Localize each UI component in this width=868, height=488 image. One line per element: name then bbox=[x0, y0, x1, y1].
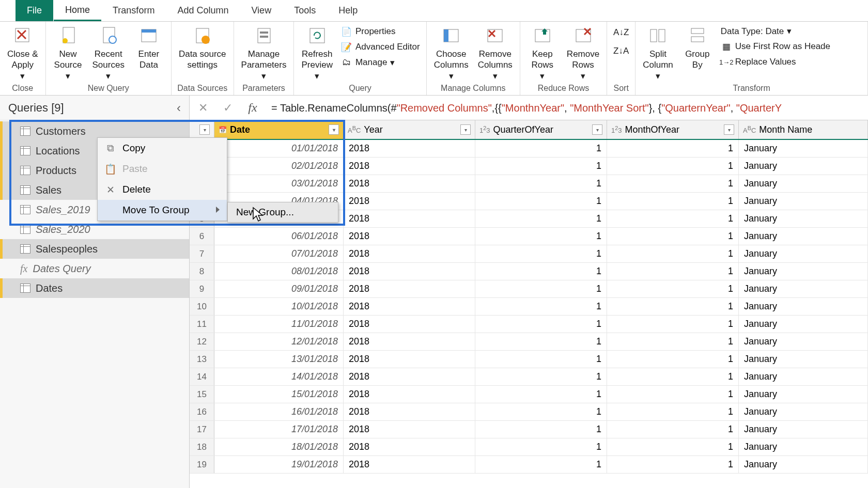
cell-date[interactable]: 03/01/2018 bbox=[214, 175, 344, 192]
replace-values-button[interactable]: 1→2Replace Values bbox=[719, 55, 832, 69]
table-row[interactable]: 909/01/2018201811January bbox=[190, 280, 868, 298]
filter-icon[interactable]: ▾ bbox=[460, 124, 471, 135]
tab-tools[interactable]: Tools bbox=[283, 0, 327, 21]
cell-quarter[interactable]: 1 bbox=[475, 351, 607, 368]
tab-help[interactable]: Help bbox=[327, 0, 369, 21]
cell-date[interactable]: 17/01/2018 bbox=[214, 421, 344, 438]
sort-asc-button[interactable]: A↓Z bbox=[613, 26, 629, 39]
col-month[interactable]: 123MonthOfYear▾ bbox=[607, 120, 739, 139]
properties-button[interactable]: 📄Properties bbox=[339, 25, 422, 38]
cell-date[interactable]: 01/01/2018 bbox=[214, 140, 344, 157]
ctx-move-to-group[interactable]: Move To Group bbox=[98, 200, 227, 221]
cell-month-name[interactable]: January bbox=[739, 158, 868, 175]
cell-month-name[interactable]: January bbox=[739, 368, 868, 385]
cell-date[interactable]: 11/01/2018 bbox=[214, 316, 344, 333]
cell-year[interactable]: 2018 bbox=[344, 333, 475, 350]
cell-month[interactable]: 1 bbox=[607, 403, 739, 420]
filter-icon[interactable]: ▾ bbox=[592, 124, 602, 135]
cell-year[interactable]: 2018 bbox=[344, 245, 475, 262]
cell-date[interactable]: 12/01/2018 bbox=[214, 333, 344, 350]
new-source-button[interactable]: New Source ▾ bbox=[50, 24, 86, 83]
row-number-header[interactable]: ▾ bbox=[190, 120, 214, 139]
cell-month-name[interactable]: January bbox=[739, 228, 868, 245]
manage-button[interactable]: 🗂Manage ▾ bbox=[339, 56, 422, 69]
table-row[interactable]: 1616/01/2018201811January bbox=[190, 403, 868, 421]
tab-home[interactable]: Home bbox=[54, 0, 101, 21]
table-row[interactable]: 1212/01/2018201811January bbox=[190, 333, 868, 351]
cell-year[interactable]: 2018 bbox=[344, 438, 475, 455]
refresh-preview-button[interactable]: Refresh Preview ▾ bbox=[298, 24, 335, 83]
commit-formula-button[interactable]: ✓ bbox=[216, 98, 239, 118]
table-row[interactable]: 202/01/2018201811January bbox=[190, 158, 868, 175]
data-source-settings-button[interactable]: Data source settings bbox=[176, 24, 229, 72]
cell-month[interactable]: 1 bbox=[607, 228, 739, 245]
cell-quarter[interactable]: 1 bbox=[475, 403, 607, 420]
cell-quarter[interactable]: 1 bbox=[475, 158, 607, 175]
table-row[interactable]: 1414/01/2018201811January bbox=[190, 368, 868, 386]
cell-month[interactable]: 1 bbox=[607, 175, 739, 192]
group-by-button[interactable]: Group By bbox=[679, 24, 716, 72]
cell-month-name[interactable]: January bbox=[739, 386, 868, 403]
recent-sources-button[interactable]: Recent Sources ▾ bbox=[89, 24, 128, 83]
table-row[interactable]: 1818/01/2018201811January bbox=[190, 438, 868, 456]
cancel-formula-button[interactable]: ✕ bbox=[192, 98, 214, 118]
cell-year[interactable]: 2018 bbox=[344, 298, 475, 315]
ctx-delete[interactable]: ✕Delete bbox=[98, 179, 227, 200]
cell-month[interactable]: 1 bbox=[607, 368, 739, 385]
cell-month-name[interactable]: January bbox=[739, 351, 868, 368]
cell-month[interactable]: 1 bbox=[607, 386, 739, 403]
cell-quarter[interactable]: 1 bbox=[475, 456, 607, 473]
cell-quarter[interactable]: 1 bbox=[475, 333, 607, 350]
queries-header[interactable]: Queries [9] ‹ bbox=[0, 96, 189, 120]
cell-year[interactable]: 2018 bbox=[344, 316, 475, 333]
cell-year[interactable]: 2018 bbox=[344, 193, 475, 210]
ctx-new-group[interactable]: New Group... bbox=[228, 202, 338, 222]
cell-year[interactable]: 2018 bbox=[344, 228, 475, 245]
close-apply-button[interactable]: Close & Apply ▾ bbox=[4, 24, 41, 83]
cell-year[interactable]: 2018 bbox=[344, 403, 475, 420]
cell-quarter[interactable]: 1 bbox=[475, 228, 607, 245]
table-row[interactable]: 1313/01/2018201811January bbox=[190, 351, 868, 368]
cell-month-name[interactable]: January bbox=[739, 333, 868, 350]
cell-quarter[interactable]: 1 bbox=[475, 421, 607, 438]
cell-quarter[interactable]: 1 bbox=[475, 140, 607, 157]
cell-month-name[interactable]: January bbox=[739, 280, 868, 297]
cell-year[interactable]: 2018 bbox=[344, 263, 475, 280]
data-grid[interactable]: ▾ 📅Date▾ ABCYear▾ 123QuarterOfYear▾ 123M… bbox=[190, 120, 868, 488]
cell-quarter[interactable]: 1 bbox=[475, 438, 607, 455]
cell-year[interactable]: 2018 bbox=[344, 158, 475, 175]
cell-month[interactable]: 1 bbox=[607, 316, 739, 333]
choose-columns-button[interactable]: Choose Columns ▾ bbox=[431, 24, 472, 83]
cell-quarter[interactable]: 1 bbox=[475, 175, 607, 192]
table-row[interactable]: 1111/01/2018201811January bbox=[190, 316, 868, 333]
enter-data-button[interactable]: Enter Data bbox=[131, 24, 167, 72]
cell-date[interactable]: 09/01/2018 bbox=[214, 280, 344, 297]
cell-year[interactable]: 2018 bbox=[344, 368, 475, 385]
cell-quarter[interactable]: 1 bbox=[475, 316, 607, 333]
cell-month[interactable]: 1 bbox=[607, 298, 739, 315]
cell-date[interactable]: 16/01/2018 bbox=[214, 403, 344, 420]
cell-date[interactable]: 15/01/2018 bbox=[214, 386, 344, 403]
cell-month[interactable]: 1 bbox=[607, 140, 739, 157]
table-row[interactable]: 1717/01/2018201811January bbox=[190, 421, 868, 438]
cell-month-name[interactable]: January bbox=[739, 140, 868, 157]
cell-quarter[interactable]: 1 bbox=[475, 263, 607, 280]
cell-month-name[interactable]: January bbox=[739, 245, 868, 262]
fx-icon[interactable]: fx bbox=[241, 98, 264, 118]
cell-month[interactable]: 1 bbox=[607, 210, 739, 227]
cell-month[interactable]: 1 bbox=[607, 158, 739, 175]
cell-quarter[interactable]: 1 bbox=[475, 193, 607, 210]
query-item-dates-query[interactable]: fxDates Query bbox=[0, 259, 189, 278]
keep-rows-button[interactable]: Keep Rows ▾ bbox=[524, 24, 561, 83]
cell-year[interactable]: 2018 bbox=[344, 280, 475, 297]
split-column-button[interactable]: Split Column ▾ bbox=[640, 24, 676, 83]
cell-date[interactable]: 08/01/2018 bbox=[214, 263, 344, 280]
col-year[interactable]: ABCYear▾ bbox=[344, 120, 475, 139]
cell-month-name[interactable]: January bbox=[739, 175, 868, 192]
table-row[interactable]: 1010/01/2018201811January bbox=[190, 298, 868, 316]
filter-icon[interactable]: ▾ bbox=[329, 124, 339, 135]
cell-quarter[interactable]: 1 bbox=[475, 298, 607, 315]
cell-date[interactable]: 06/01/2018 bbox=[214, 228, 344, 245]
cell-date[interactable]: 07/01/2018 bbox=[214, 245, 344, 262]
cell-month[interactable]: 1 bbox=[607, 263, 739, 280]
